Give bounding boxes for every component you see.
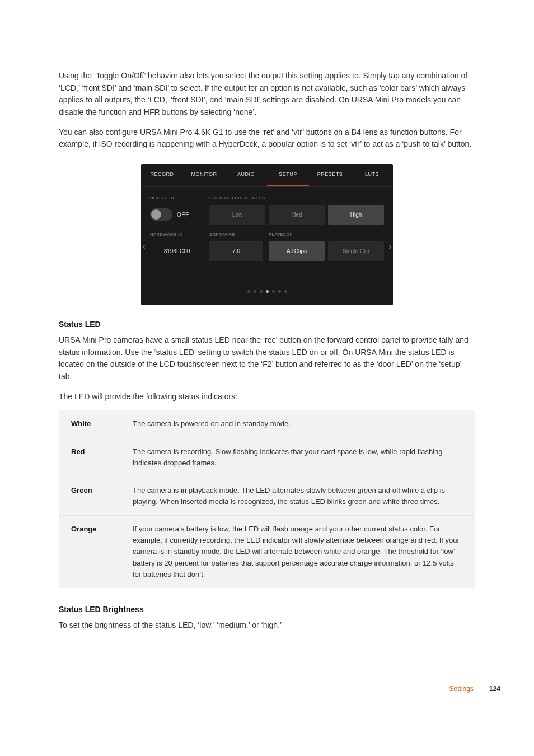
playback-option[interactable]: Single Clip xyxy=(328,241,384,262)
led-color-label: White xyxy=(71,418,121,430)
door-led-toggle-text: OFF xyxy=(177,211,189,220)
tab-setup[interactable]: SETUP xyxy=(267,164,309,186)
heading-status-led: Status LED xyxy=(59,319,475,331)
led-description: If your camera’s battery is low, the LED… xyxy=(133,524,463,580)
door-led-toggle[interactable]: OFF xyxy=(150,205,204,225)
software-value: 7.0 xyxy=(209,241,263,262)
page-dot[interactable] xyxy=(260,290,263,293)
led-color-label: Green xyxy=(71,485,121,507)
table-row: GreenThe camera is in playback mode. The… xyxy=(59,477,475,515)
body-paragraph: The LED will provide the following statu… xyxy=(59,391,475,403)
page-dot[interactable] xyxy=(284,290,287,293)
tab-monitor[interactable]: MONITOR xyxy=(183,164,225,186)
footer-page-number: 124 xyxy=(489,684,500,694)
label-hardware-id: HARDWARE ID xyxy=(150,231,204,238)
body-paragraph: To set the brightness of the status LED,… xyxy=(59,619,475,632)
label-door-led: DOOR LED xyxy=(150,195,204,202)
tab-record[interactable]: RECORD xyxy=(141,164,183,186)
page-dot[interactable] xyxy=(266,290,269,293)
playback-option[interactable]: All Clips xyxy=(269,241,325,262)
led-status-table: WhiteThe camera is powered on and in sta… xyxy=(59,410,475,587)
pagination-dots xyxy=(150,290,384,300)
led-description: The camera is in playback mode. The LED … xyxy=(133,485,463,507)
chevron-right-icon[interactable]: › xyxy=(388,237,392,255)
led-color-label: Orange xyxy=(71,524,121,580)
page-footer: Settings 124 xyxy=(0,661,534,711)
tabs-bar: RECORDMONITORAUDIOSETUPPRESETSLUTS xyxy=(141,164,393,187)
label-door-led-brightness: DOOR LED BRIGHTNESS xyxy=(209,195,384,202)
brightness-option[interactable]: Low xyxy=(209,205,265,225)
page-dot[interactable] xyxy=(247,290,250,293)
table-row: WhiteThe camera is powered on and in sta… xyxy=(59,410,475,437)
led-description: The camera is recording. Slow flashing i… xyxy=(133,446,463,469)
table-row: RedThe camera is recording. Slow flashin… xyxy=(59,438,475,477)
body-paragraph: You can also configure URSA Mini Pro 4.6… xyxy=(59,127,475,151)
page-dot[interactable] xyxy=(272,290,275,293)
tab-luts[interactable]: LUTS xyxy=(351,164,393,186)
led-color-label: Red xyxy=(71,446,121,469)
body-paragraph: URSA Mini Pro cameras have a small statu… xyxy=(59,334,475,383)
heading-status-led-brightness: Status LED Brightness xyxy=(59,604,475,616)
camera-setup-screenshot: RECORDMONITORAUDIOSETUPPRESETSLUTS DOOR … xyxy=(141,164,393,305)
brightness-option[interactable]: High xyxy=(328,205,384,225)
tab-presets[interactable]: PRESETS xyxy=(309,164,351,186)
tab-audio[interactable]: AUDIO xyxy=(225,164,267,186)
led-description: The camera is powered on and in standby … xyxy=(133,418,463,430)
label-software: SOFTWARE xyxy=(209,231,263,238)
label-playback: PLAYBACK xyxy=(269,231,384,238)
page-dot[interactable] xyxy=(254,290,256,293)
hardware-id-value: 3198FC00 xyxy=(150,247,204,256)
page-dot[interactable] xyxy=(278,290,281,293)
footer-section-label: Settings xyxy=(449,684,474,694)
chevron-left-icon[interactable]: ‹ xyxy=(142,237,146,255)
table-row: OrangeIf your camera’s battery is low, t… xyxy=(59,515,475,588)
body-paragraph: Using the ‘Toggle On/Off’ behavior also … xyxy=(59,70,475,119)
brightness-option[interactable]: Med xyxy=(269,205,325,225)
